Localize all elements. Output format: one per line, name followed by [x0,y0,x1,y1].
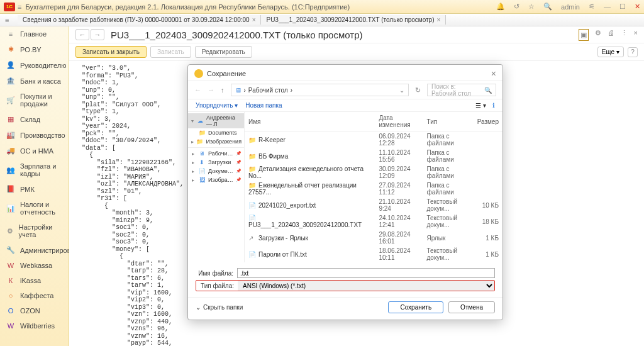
cancel-button[interactable]: Отмена [448,301,495,313]
search-input[interactable]: Поиск в: Рабочий стол🔍 [427,84,496,96]
search-icon[interactable]: 🔍 [543,3,552,11]
bell-icon[interactable]: 🔔 [496,3,505,11]
col-date[interactable]: Дата изменения [375,112,423,131]
sidebar-label: PO.BY [20,46,42,53]
search-icon: 🔍 [484,87,492,94]
app-logo: 1C [4,3,15,11]
file-icon: 📁 [248,182,256,189]
new-folder-button[interactable]: Новая папка [245,102,282,109]
save-button[interactable]: Сохранить [388,301,443,313]
sidebar-item[interactable]: ⚙Настройки учета [0,220,69,242]
sidebar-item[interactable]: ✱PO.BY [0,42,69,57]
sidebar-item[interactable]: 🔧Администрирование [0,242,69,258]
sidebar-icon: 🏭 [6,131,15,139]
hide-folders-toggle[interactable]: ⌄ Скрыть папки [196,304,243,311]
more-icon[interactable]: ⋮ [621,29,628,41]
close-icon[interactable]: × [252,16,256,23]
sidebar-label: Налоги и отчетность [20,201,62,216]
star-icon[interactable]: ☆ [528,3,535,11]
file-row[interactable]: 📄20241020_export.txt21.10.2024 9:24Текст… [245,197,502,213]
chevron-down-icon[interactable]: ⌄ [399,87,404,94]
tree-item[interactable]: 📁Documents [188,128,244,137]
sidebar-item[interactable]: 🚚ОС и НМА [0,143,69,159]
link-icon[interactable]: 🖨 [608,29,614,41]
options-icon[interactable]: ⚟ [589,3,595,11]
sidebar-item[interactable]: ○Каффеста [0,288,69,303]
minimize-icon[interactable]: — [604,3,611,11]
sidebar-item[interactable]: WWildberries [0,318,69,333]
tab-pu3-info[interactable]: Сведения о заработке работников (ПУ-3) 0… [18,15,261,25]
sidebar-item[interactable]: 🏦Банк и касса [0,73,69,89]
titlebar: 1C ≡ Бухгалтерия для Беларуси, редакция … [0,0,644,14]
forward-arrow: → [208,86,214,94]
folder-tree: ▾☁Андреевна — Л📁Documents▸📁Изображения▸🖥… [188,112,245,262]
file-icon: 📁 [248,153,256,160]
file-row[interactable]: 📁ВБ Фирма11.10.2024 15:56Папка с файлами [245,148,502,164]
close-icon[interactable]: × [634,29,638,41]
sidebar-icon: 📊 [6,204,15,213]
file-row[interactable]: 📄PU3___1_202403_3009202412000.TXT24.10.2… [245,213,502,230]
tree-item[interactable]: ▸⬇Загрузки📌 [188,158,244,167]
desktop-icon: 🖥 [235,87,242,94]
refresh-icon[interactable]: ↻ [415,86,421,94]
sidebar-label: РМК [20,186,35,193]
sidebar-item[interactable]: 👥Зарплата и кадры [0,159,69,181]
tree-item[interactable]: ▸🖥Рабочий сто📌 [188,149,244,158]
save-button[interactable]: Записать [150,46,191,58]
back-button[interactable]: ← [75,29,89,40]
organize-menu[interactable]: Упорядочить ▾ [196,102,238,109]
more-button[interactable]: Еще ▾ [597,47,624,57]
close-icon[interactable]: × [491,69,496,79]
sidebar-item[interactable]: ≡Главное [0,26,69,42]
file-row[interactable]: 📁Детализация еженедельного отчета No...3… [245,164,502,181]
menu-icon[interactable]: ≡ [18,3,21,11]
tree-item[interactable]: ▸🖼Изображени📌 [188,176,244,184]
sidebar-item[interactable]: 🛒Покупки и продажи [0,89,69,111]
sidebar-icon: ✱ [6,45,15,53]
help-button[interactable]: ? [628,47,638,57]
sidebar-item[interactable]: 👤Руководителю [0,57,69,73]
history-icon[interactable]: ↺ [514,3,519,11]
filetype-label: Тип файла: [196,282,234,289]
col-type[interactable]: Тип [423,112,473,131]
close-icon[interactable]: × [436,16,440,23]
breadcrumb[interactable]: 🖥 › Рабочий стол › ⌄ [231,84,409,96]
edit-button[interactable]: Редактировать [195,46,252,58]
view-icon[interactable]: ▣ [579,29,589,41]
save-close-button[interactable]: Записать и закрыть [75,46,147,58]
sidebar-label: Покупки и продажи [20,92,62,108]
sidebar-label: Wildberries [20,322,55,330]
file-row[interactable]: 📁Еженедельный отчет реализации 27557...2… [245,181,502,197]
view-icon[interactable]: ☰ ▾ [475,102,486,109]
close-icon[interactable]: ✕ [635,3,640,11]
filename-input[interactable] [237,268,495,278]
sidebar-item[interactable]: 📊Налоги и отчетность [0,197,69,220]
col-name[interactable]: Имя [245,112,375,131]
tree-item[interactable]: ▾☁Андреевна — Л [188,113,244,128]
maximize-icon[interactable]: ☐ [619,3,626,11]
file-icon: 📄 [248,215,256,221]
file-row[interactable]: 📄Пароли от ПК.txt18.06.2024 10:11Текстов… [245,246,502,262]
sidebar-item[interactable]: WWebkassa [0,258,69,273]
sidebar-item[interactable]: 🏭Производство [0,127,69,143]
col-size[interactable]: Размер [474,112,502,131]
filetype-select[interactable]: ANSI (Windows) (*.txt) [238,281,494,291]
file-row[interactable]: ↗Загрузки - Ярлык29.08.2024 16:01Ярлык1 … [245,230,502,246]
tab-pu3-txt[interactable]: PU3___1_202403_3009202412000.TXT (только… [261,15,446,25]
up-arrow[interactable]: ↑ [221,86,225,94]
user-label[interactable]: admin [561,3,580,11]
sidebar-item[interactable]: 📕РМК [0,181,69,197]
sidebar-label: Склад [20,116,40,123]
forward-button[interactable]: → [91,29,104,40]
sidebar-label: Зарплата и кадры [20,162,62,177]
file-row[interactable]: 📁R-Keeper06.09.2024 12:28Папка с файлами [245,131,502,148]
tree-item[interactable]: ▸📁Изображения [188,137,244,146]
sidebar-item[interactable]: OOZON [0,303,69,318]
gear-icon[interactable]: ⚙ [595,29,601,41]
sidebar-item[interactable]: ▦Склад [0,111,69,127]
info-icon[interactable]: ℹ [492,102,495,109]
sidebar-label: Руководителю [20,62,66,69]
sidebar-item[interactable]: КiKassa [0,273,69,288]
tree-item[interactable]: ▸📄Документы📌 [188,167,244,176]
burger-icon[interactable]: ≡ [5,16,9,24]
